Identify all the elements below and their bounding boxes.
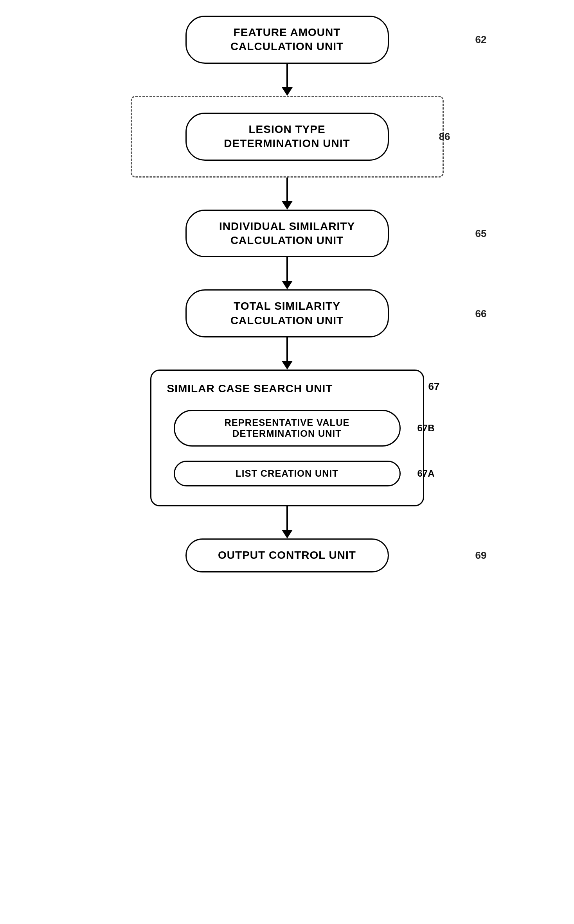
individual-similarity-row: INDIVIDUAL SIMILARITYCALCULATION UNIT 65 (111, 210, 463, 258)
arrow-head-5 (282, 530, 293, 538)
search-unit-wrapper: SIMILAR CASE SEARCH UNIT REPRESENTATIVE … (139, 370, 436, 506)
dashed-box: LESION TYPEDETERMINATION UNIT 86 (131, 96, 444, 178)
rep-value-label: REPRESENTATIVE VALUEDETERMINATION UNIT (224, 417, 349, 439)
arrow-4 (282, 337, 293, 370)
arrow-line-1 (286, 64, 288, 87)
feature-amount-row: FEATURE AMOUNT CALCULATION UNIT 62 (111, 16, 463, 64)
similar-case-search-node: SIMILAR CASE SEARCH UNIT REPRESENTATIVE … (150, 370, 424, 506)
individual-similarity-node: INDIVIDUAL SIMILARITYCALCULATION UNIT (185, 210, 389, 258)
arrow-line-2 (286, 178, 288, 201)
diagram: FEATURE AMOUNT CALCULATION UNIT 62 LESIO… (111, 16, 463, 572)
lesion-type-label: LESION TYPEDETERMINATION UNIT (224, 123, 350, 149)
arrow-head-4 (282, 361, 293, 370)
arrow-line-3 (286, 257, 288, 281)
arrow-5 (282, 506, 293, 538)
search-title-text: SIMILAR CASE SEARCH UNIT (167, 382, 333, 395)
feature-amount-id: 62 (475, 34, 487, 46)
lesion-type-row: LESION TYPEDETERMINATION UNIT 86 (155, 113, 419, 161)
rep-value-node: REPRESENTATIVE VALUEDETERMINATION UNIT (174, 410, 401, 447)
arrow-head-2 (282, 201, 293, 210)
list-creation-node: LIST CREATION UNIT (174, 461, 401, 486)
output-control-label: OUTPUT CONTROL UNIT (218, 549, 356, 561)
list-creation-label: LIST CREATION UNIT (236, 468, 338, 479)
total-similarity-id: 66 (475, 307, 487, 319)
arrow-1 (282, 64, 293, 96)
arrow-head-3 (282, 281, 293, 289)
arrow-line-5 (286, 506, 288, 530)
arrow-line-4 (286, 337, 288, 361)
total-similarity-node: TOTAL SIMILARITYCALCULATION UNIT (185, 289, 389, 337)
list-creation-wrap: LIST CREATION UNIT 67A (167, 457, 407, 490)
feature-amount-label: FEATURE AMOUNT CALCULATION UNIT (230, 26, 344, 52)
individual-similarity-label: INDIVIDUAL SIMILARITYCALCULATION UNIT (219, 220, 355, 246)
feature-amount-node: FEATURE AMOUNT CALCULATION UNIT (185, 16, 389, 64)
individual-similarity-id: 65 (475, 227, 487, 239)
output-control-row: OUTPUT CONTROL UNIT 69 (111, 538, 463, 572)
similar-case-search-title: SIMILAR CASE SEARCH UNIT (167, 382, 333, 395)
lesion-type-id: 86 (439, 131, 450, 143)
rep-value-id: 67B (417, 423, 434, 434)
total-similarity-row: TOTAL SIMILARITYCALCULATION UNIT 66 (111, 289, 463, 337)
arrow-2 (282, 178, 293, 210)
output-control-id: 69 (475, 549, 487, 562)
arrow-head-1 (282, 87, 293, 96)
rep-value-wrap: REPRESENTATIVE VALUEDETERMINATION UNIT 6… (167, 406, 407, 450)
lesion-type-node: LESION TYPEDETERMINATION UNIT (185, 113, 389, 161)
list-creation-id: 67A (417, 468, 434, 479)
arrow-3 (282, 257, 293, 289)
output-control-node: OUTPUT CONTROL UNIT (185, 538, 389, 572)
similar-case-search-id: 67 (428, 380, 440, 393)
total-similarity-label: TOTAL SIMILARITYCALCULATION UNIT (230, 300, 344, 326)
